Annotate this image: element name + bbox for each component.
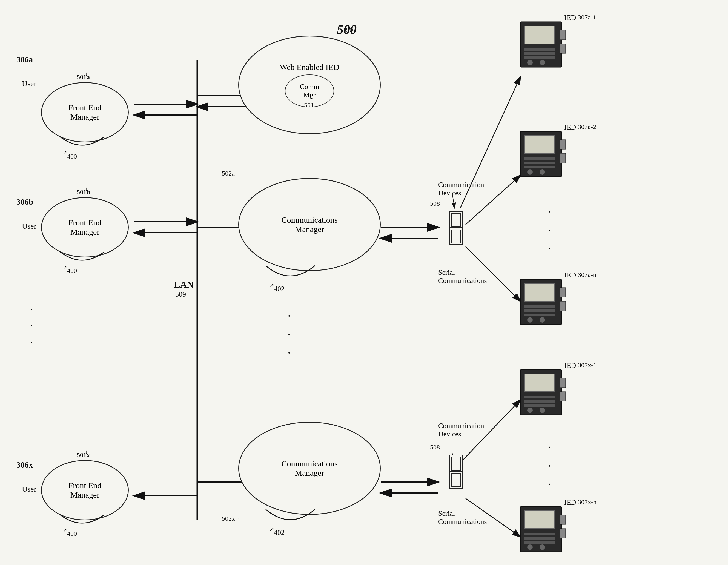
svg-rect-63	[524, 537, 555, 540]
ied-307x1	[518, 364, 567, 420]
ied-307a1	[518, 16, 567, 72]
svg-rect-55	[524, 404, 555, 407]
ref-307an: 307a-n	[578, 271, 596, 279]
svg-rect-54	[524, 400, 555, 403]
svg-rect-28	[524, 56, 555, 59]
svg-rect-36	[524, 162, 555, 164]
comm-box-top-2	[449, 227, 463, 245]
ied-307an	[518, 274, 567, 330]
svg-rect-32	[560, 44, 566, 53]
ref-307a1: 307a-1	[578, 14, 596, 21]
svg-rect-27	[524, 52, 555, 55]
ref-501b: 501b	[77, 188, 90, 196]
svg-rect-45	[524, 309, 555, 312]
svg-point-57	[540, 408, 545, 413]
serial-comm-top-label: SerialCommunications	[438, 268, 487, 285]
user-x-label: User	[22, 485, 36, 494]
ied-307x1-label: IED	[564, 362, 576, 370]
comm-box-bottom-2	[449, 471, 463, 489]
fem-a-ellipse: Front EndManager	[41, 82, 129, 142]
comm-devices-top-label: CommunicationDevices	[438, 181, 484, 197]
svg-rect-41	[560, 153, 566, 163]
group-306x-label: 306x	[16, 460, 33, 469]
ref-402-x: 402	[274, 529, 285, 537]
svg-rect-67	[560, 515, 566, 524]
svg-point-47	[527, 317, 533, 323]
dots-ied-bottom: ···	[548, 438, 551, 494]
svg-rect-59	[560, 392, 566, 401]
svg-rect-50	[560, 301, 566, 311]
svg-rect-35	[524, 157, 555, 160]
ref-501x: 501x	[77, 451, 90, 459]
fem-b-ellipse: Front EndManager	[41, 197, 129, 257]
comm-devices-bottom-label: CommunicationDevices	[438, 422, 484, 438]
ref-550: 550	[342, 26, 353, 34]
ref-551: 551	[304, 101, 314, 109]
svg-point-30	[540, 60, 545, 65]
comm-box-bottom-1	[449, 455, 463, 472]
svg-rect-52	[524, 374, 555, 392]
svg-rect-64	[524, 541, 555, 544]
svg-rect-62	[524, 533, 555, 535]
serial-comm-bottom-label: SerialCommunications	[438, 509, 487, 526]
ref-400-b: 400	[67, 267, 77, 274]
svg-rect-37	[524, 166, 555, 168]
ied-307a2	[518, 126, 567, 182]
ref-509: 509	[175, 290, 186, 299]
ref-307a2: 307a-2	[578, 123, 596, 131]
ref-502x: 502x	[222, 515, 235, 522]
user-a-label: User	[22, 79, 36, 88]
svg-point-38	[527, 169, 533, 175]
dots-left: ···	[30, 301, 33, 351]
ref-400-x: 400	[67, 530, 77, 537]
dots-middle: ···	[288, 307, 291, 362]
svg-rect-31	[560, 30, 566, 40]
ref-508-bottom: 508	[430, 444, 440, 451]
svg-point-48	[540, 317, 545, 323]
ied-307a1-label: IED	[564, 14, 576, 22]
ref-502a: 502a	[222, 170, 235, 177]
svg-rect-61	[524, 511, 555, 529]
svg-rect-40	[560, 140, 566, 149]
arc-402-x	[260, 507, 320, 535]
svg-rect-26	[524, 48, 555, 51]
diagram-container: 500 306a User Front EndManager 501a ↓ 40…	[0, 0, 728, 565]
svg-point-66	[540, 544, 545, 550]
svg-rect-25	[524, 26, 555, 44]
svg-rect-43	[524, 283, 555, 301]
comm-mgr-a-ellipse: CommunicationsManager	[238, 178, 381, 271]
svg-rect-34	[524, 136, 555, 153]
svg-rect-68	[560, 529, 566, 538]
lan-label: LAN	[174, 279, 194, 290]
comm-mgr-x-ellipse: CommunicationsManager	[238, 422, 381, 515]
web-ied-ellipse: Web Enabled IED CommMgr	[238, 36, 381, 134]
svg-point-56	[527, 408, 533, 413]
svg-rect-44	[524, 305, 555, 308]
ref-402-a: 402	[274, 285, 285, 293]
arc-402-a	[260, 263, 320, 291]
ied-307xn-label: IED	[564, 498, 576, 507]
svg-rect-49	[560, 288, 566, 297]
ref-307xn: 307x-n	[578, 498, 597, 506]
ied-307a2-label: IED	[564, 123, 576, 131]
ied-307an-label: IED	[564, 271, 576, 279]
dots-ied-top: ···	[548, 203, 551, 258]
ref-501a: 501a	[77, 73, 90, 81]
svg-point-29	[527, 60, 533, 65]
comm-box-top-1	[449, 211, 463, 229]
ref-400-a: 400	[67, 153, 77, 160]
user-b-label: User	[22, 222, 36, 231]
svg-point-65	[527, 544, 533, 550]
ref-508-top: 508	[430, 200, 440, 207]
group-306a-label: 306a	[16, 55, 33, 64]
fem-x-ellipse: Front EndManager	[41, 460, 129, 520]
svg-rect-58	[560, 378, 566, 388]
svg-rect-53	[524, 396, 555, 398]
svg-rect-46	[524, 314, 555, 316]
ref-307x1: 307x-1	[578, 362, 597, 369]
ied-307xn	[518, 501, 567, 557]
group-306b-label: 306b	[16, 197, 33, 207]
svg-point-39	[540, 169, 545, 175]
